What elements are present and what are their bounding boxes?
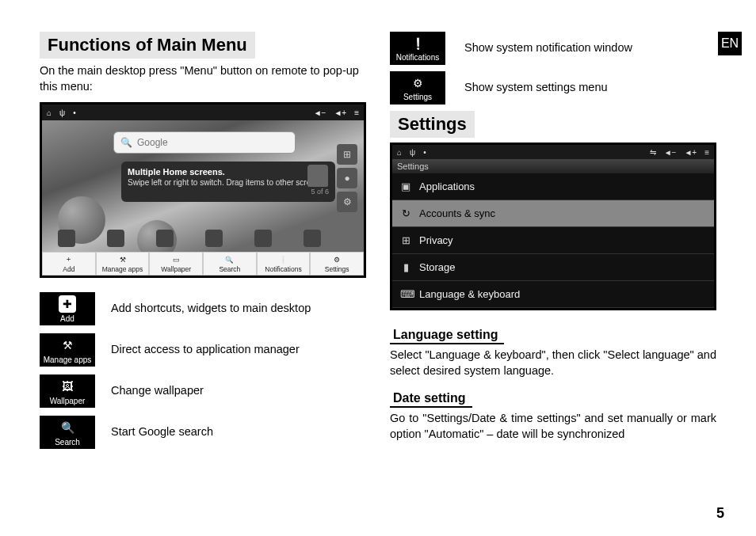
tile-add: ✚ Add (40, 292, 95, 325)
plus-icon: ✚ (59, 295, 76, 313)
tile-label: Settings (403, 93, 432, 101)
tile-notifications: ❕ Notifications (390, 32, 445, 65)
tooltip-title: Multiple Home screens. (128, 167, 225, 177)
google-search-bar[interactable]: 🔍 Google (113, 131, 296, 154)
usb-icon: ψ (59, 108, 65, 117)
language-tag: EN (718, 32, 742, 55)
dock-app-1[interactable] (58, 230, 75, 247)
tile-label: Notifications (396, 53, 439, 62)
menu-settings[interactable]: ⚙Settings (310, 252, 364, 276)
tooltip-count: 5 of 6 (128, 188, 329, 197)
row-label: Applications (419, 181, 475, 192)
gear-icon: ⚙ (410, 75, 426, 91)
section-title-functions: Functions of Main Menu (40, 32, 255, 59)
wrench-icon: ⚒ (118, 255, 128, 264)
row-icon: ⌨ (400, 288, 411, 300)
dock-app-6[interactable] (304, 230, 321, 247)
vol-up-icon: ◄+ (334, 108, 346, 117)
apps-grid-icon[interactable]: ⊞ (337, 144, 357, 165)
item-desc: Show system notification window (464, 40, 716, 56)
tile-manage-apps: ⚒ Manage apps (40, 333, 95, 367)
menu-wallpaper[interactable]: ▭Wallpaper (149, 252, 203, 276)
vol-down-icon: ◄− (664, 148, 677, 157)
language-body: Select "Language & keyboard", then click… (390, 348, 716, 378)
menu-icon: ≡ (354, 108, 359, 117)
tile-label: Wallpaper (50, 397, 86, 405)
row-icon: ▣ (400, 181, 411, 192)
tile-label: Search (55, 438, 80, 447)
row-label: Storage (419, 261, 456, 273)
item-desc: Add shortcuts, widgets to main desktop (111, 301, 366, 317)
settings-list: ▣Applications↻Accounts & sync⊞Privacy▮St… (392, 173, 714, 308)
menu-search[interactable]: 🔍Search (203, 252, 257, 276)
status-bar: ⌂ ψ • ◄− ◄+ ≡ (42, 105, 364, 120)
item-desc: Start Google search (111, 424, 366, 440)
vol-up-icon: ◄+ (684, 148, 697, 157)
row-label: Accounts & sync (419, 207, 495, 219)
homescreen-screenshot: ⌂ ψ • ◄− ◄+ ≡ 🔍 Google Multiple Home scr… (40, 102, 366, 278)
tile-label: Manage apps (44, 355, 92, 364)
subhead-language: Language setting (390, 328, 504, 344)
section-title-settings: Settings (390, 111, 475, 138)
settings-row-accounts-sync[interactable]: ↻Accounts & sync (392, 200, 714, 227)
search-icon: 🔍 (59, 419, 76, 436)
wrench-icon: ⚒ (59, 336, 76, 354)
dot-icon: • (73, 108, 76, 117)
tile-label: Add (60, 314, 74, 323)
row-label: Privacy (419, 234, 453, 246)
alert-icon: ❕ (410, 36, 426, 51)
wifi-icon: ⇋ (650, 148, 656, 157)
settings-row-language-keyboard[interactable]: ⌨Language & keyboard (392, 281, 714, 308)
wallpaper-area: 🔍 Google Multiple Home screens. Swipe le… (42, 120, 364, 252)
vol-down-icon: ◄− (314, 108, 326, 117)
row-icon: ↻ (400, 207, 411, 219)
side-panel: ⊞ ● ⚙ (337, 144, 357, 212)
right-column: ❕ Notifications Show system notification… (390, 32, 716, 457)
settings-header: Settings (392, 159, 714, 173)
dock (42, 230, 337, 247)
alert-icon: ❕ (279, 255, 288, 264)
picture-icon: 🖼 (59, 378, 76, 395)
item-wallpaper: 🖼 Wallpaper Change wallpaper (40, 374, 366, 408)
item-notifications: ❕ Notifications Show system notification… (390, 32, 716, 65)
dock-app-2[interactable] (107, 230, 124, 247)
item-add: ✚ Add Add shortcuts, widgets to main des… (40, 292, 366, 325)
row-icon: ⊞ (400, 234, 411, 246)
intro-text: On the main desktop press "Menu" button … (40, 63, 366, 94)
item-desc: Change wallpaper (111, 383, 366, 399)
page-number: 5 (716, 505, 724, 522)
menu-manage-apps[interactable]: ⚒Manage apps (96, 252, 150, 276)
settings-row-privacy[interactable]: ⊞Privacy (392, 227, 714, 254)
settings-row-storage[interactable]: ▮Storage (392, 254, 714, 281)
gear-icon[interactable]: ⚙ (337, 192, 357, 212)
plus-icon: ＋ (64, 255, 74, 264)
dock-app-3[interactable] (156, 230, 174, 247)
gear-icon: ⚙ (332, 255, 342, 264)
search-placeholder: Google (137, 137, 168, 148)
item-desc: Direct access to application manager (111, 342, 366, 358)
menu-icon: ≡ (704, 148, 709, 157)
home-icon: ⌂ (47, 108, 52, 117)
tile-wallpaper: 🖼 Wallpaper (40, 374, 95, 408)
usb-icon: ψ (410, 148, 415, 157)
search-icon: 🔍 (120, 137, 132, 148)
tooltip-body: Swipe left or right to switch. Drag item… (128, 178, 326, 187)
settings-row-applications[interactable]: ▣Applications (392, 173, 714, 200)
homescreen-tooltip: Multiple Home screens. Swipe left or rig… (121, 162, 335, 202)
subhead-date: Date setting (390, 391, 472, 408)
dock-app-5[interactable] (254, 230, 272, 247)
status-bar: ⌂ ψ • ⇋ ◄− ◄+ ≡ (392, 145, 714, 159)
android-icon (307, 165, 328, 187)
menu-notifications[interactable]: ❕Notifications (257, 252, 311, 276)
dock-app-4[interactable] (205, 230, 223, 247)
menu-add[interactable]: ＋Add (42, 252, 96, 276)
row-icon: ▮ (400, 261, 411, 273)
menu-strip: ＋Add ⚒Manage apps ▭Wallpaper 🔍Search ❕No… (42, 252, 364, 276)
browser-icon[interactable]: ● (337, 168, 357, 188)
dot-icon: • (423, 148, 426, 157)
tile-search: 🔍 Search (40, 416, 95, 449)
left-column: Functions of Main Menu On the main deskt… (40, 32, 366, 457)
settings-screenshot: ⌂ ψ • ⇋ ◄− ◄+ ≡ Settings ▣Applications↻A… (390, 143, 716, 310)
date-body: Go to "Settings/Date & time settings" an… (390, 411, 716, 442)
row-label: Language & keyboard (419, 288, 520, 300)
